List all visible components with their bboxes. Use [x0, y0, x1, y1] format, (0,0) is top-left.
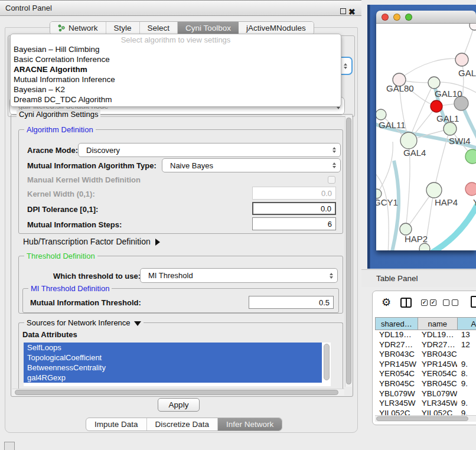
network-node[interactable] [470, 24, 476, 30]
table-row[interactable]: YBR043CYBR043C [375, 350, 476, 360]
manual-kernel-width-label: Manual Kernel Width Definition [27, 175, 141, 184]
algorithm-option-dream8-dc-tdc-algorithm[interactable]: Dream8 DC_TDC Algorithm [11, 94, 341, 105]
table-cell: 13 [457, 330, 476, 340]
node-label-gcy1: GCY1 [376, 197, 398, 207]
gear-icon[interactable]: ⚙ [382, 296, 391, 309]
deselect-checkbox-icon[interactable] [443, 299, 449, 306]
select-all-checkbox-icon[interactable]: ✓ [421, 299, 428, 306]
tab-label: Style [114, 24, 132, 32]
tab-network[interactable]: Network [50, 22, 106, 34]
columns-icon[interactable] [400, 298, 412, 308]
select-all-checkbox-icon[interactable]: ✓ [430, 299, 436, 306]
network-node[interactable] [431, 100, 442, 112]
minimize-traffic-light-icon[interactable] [393, 14, 400, 21]
tab-select[interactable]: Select [140, 22, 178, 34]
table-row[interactable]: YER054CYER054C8. [375, 369, 476, 379]
algorithm-option-basic-correlation-inference[interactable]: Basic Correlation Inference [11, 54, 341, 64]
table-cell: YDR27… [418, 340, 457, 350]
network-desktop: GALGAL80GAL10GAL11GAL1GAL4GCY1HAP4YHAP2S… [367, 5, 476, 269]
tab-jactivemnodules[interactable]: jActiveMNodules [239, 22, 314, 34]
mi-algorithm-type-combo[interactable]: Naive Bayes [162, 158, 341, 172]
table-horizontal-scrollbar[interactable] [375, 415, 476, 422]
minimized-panel-icon[interactable] [4, 442, 15, 450]
dpi-tolerance-field[interactable]: 0.0 [252, 202, 336, 215]
close-traffic-light-icon[interactable] [382, 14, 389, 21]
network-edge[interactable] [399, 58, 462, 80]
network-node-hap4[interactable] [426, 182, 442, 198]
network-node-gal[interactable] [455, 53, 468, 66]
manual-kernel-width-checkbox[interactable] [328, 176, 335, 184]
kernel-width-field[interactable]: 0.0 [252, 187, 336, 200]
tab-label: Cyni Toolbox [185, 24, 231, 32]
apply-button[interactable]: Apply [158, 398, 200, 412]
algorithm-option-mutual-information-inference[interactable]: Mutual Information Inference [11, 74, 341, 84]
column-header-a[interactable]: A [457, 318, 476, 330]
table-row[interactable]: YPR145WYPR145W9. [375, 360, 476, 370]
table-row[interactable]: YLR345WYLR345W9. [375, 399, 476, 409]
table-cell: YDL19… [418, 330, 457, 340]
network-node-hap2[interactable] [400, 223, 412, 235]
cyni-algorithm-settings-group: Cyni Algorithm Settings Algorithm Defini… [11, 114, 353, 397]
network-canvas[interactable]: GALGAL80GAL10GAL11GAL1GAL4GCY1HAP4YHAP2S… [376, 24, 476, 250]
network-window-titlebar[interactable] [376, 11, 476, 24]
network-node-gal10[interactable] [428, 77, 440, 89]
aracne-mode-combo[interactable]: Discovery [78, 143, 341, 157]
mi-threshold-field[interactable]: 0.5 [249, 296, 334, 309]
algorithm-option-bayesian-hill-climbing[interactable]: Bayesian – Hill Climbing [11, 44, 341, 54]
network-node[interactable] [419, 243, 430, 250]
attribute-gal4rgexp[interactable]: gal4RGexp [24, 373, 322, 383]
network-node-gal11[interactable] [376, 109, 386, 120]
threshold-definition-title: Threshold Definition [24, 252, 97, 260]
network-edge[interactable] [376, 171, 389, 250]
deselect-checkbox-icon[interactable] [452, 299, 458, 306]
settings-horizontal-scrollbar[interactable] [12, 389, 344, 396]
network-window: GALGAL80GAL10GAL11GAL1GAL4GCY1HAP4YHAP2S… [376, 11, 476, 250]
network-edge[interactable] [377, 142, 393, 194]
which-threshold-combo[interactable]: MI Threshold [140, 268, 338, 283]
tab-style[interactable]: Style [106, 22, 140, 34]
control-panel-title: Control Panel [5, 4, 52, 12]
data-attributes-list[interactable]: SelfLoopsTopologicalCoefficientBetweenne… [24, 343, 331, 386]
algorithm-option-aracne-algorithm[interactable]: ARACNE Algorithm [11, 64, 341, 74]
float-window-icon[interactable] [340, 8, 346, 14]
aracne-mode-label: Aracne Mode: [27, 146, 78, 155]
column-header-name[interactable]: name [418, 318, 457, 330]
close-icon[interactable]: ✖ [348, 4, 356, 19]
table-row[interactable]: YDL19…YDL19…13 [375, 330, 476, 340]
tab-discretize-data[interactable]: Discretize Data [147, 418, 219, 431]
table-row[interactable]: YBL079WYBL079W [375, 389, 476, 399]
algorithm-option-bayesian-k2[interactable]: Bayesian – K2 [11, 84, 341, 94]
hub-definition-expander[interactable]: Hub/Transcription Factor Definition [23, 237, 160, 246]
tab-cyni-toolbox[interactable]: Cyni Toolbox [178, 22, 239, 34]
network-node-gal4[interactable] [400, 132, 417, 149]
kernel-width-value: 0.0 [321, 189, 332, 198]
mi-steps-label: Mutual Information Steps: [27, 220, 122, 229]
node-label-gal: GAL [458, 68, 476, 78]
mi-steps-field[interactable]: 6 [252, 217, 336, 230]
dropdown-placeholder: Select algorithm to view settings [11, 35, 341, 44]
mi-algorithm-type-label: Mutual Information Algorithm Type: [27, 161, 157, 170]
network-node-gal1[interactable] [444, 122, 457, 135]
node-label-y: Y [473, 197, 476, 207]
algorithm-definition-title: Algorithm Definition [24, 125, 96, 134]
table-row[interactable]: YBR045CYBR045C9. [375, 379, 476, 389]
tab-infer-network[interactable]: Infer Network [218, 418, 282, 431]
zoom-traffic-light-icon[interactable] [405, 14, 412, 21]
control-panel-titlebar: Control Panel ✖ [0, 0, 361, 16]
table-cell: YDR27… [375, 340, 418, 350]
column-header-shared-[interactable]: shared… [375, 318, 418, 330]
data-attributes-label: Data Attributes [22, 330, 77, 339]
document-icon[interactable] [471, 296, 476, 308]
table-cell: YLR345W [375, 399, 418, 409]
attribute-topologicalcoefficient[interactable]: TopologicalCoefficient [24, 353, 322, 363]
table-row[interactable]: YDR27…YDR27…12 [375, 340, 476, 350]
list-scrollbar[interactable] [324, 344, 330, 380]
table-row[interactable]: YIL052CYIL052C9. [375, 409, 476, 415]
settings-vertical-scrollbar[interactable] [345, 116, 352, 387]
attribute-selfloops[interactable]: SelfLoops [24, 343, 322, 353]
tab-impute-data[interactable]: Impute Data [86, 418, 147, 431]
network-node[interactable] [465, 149, 476, 164]
attribute-betweennesscentrality[interactable]: BetweennessCentrality [24, 363, 322, 373]
network-node-y[interactable] [465, 182, 476, 195]
sources-group: Sources for Network Inference Data Attri… [18, 322, 343, 392]
